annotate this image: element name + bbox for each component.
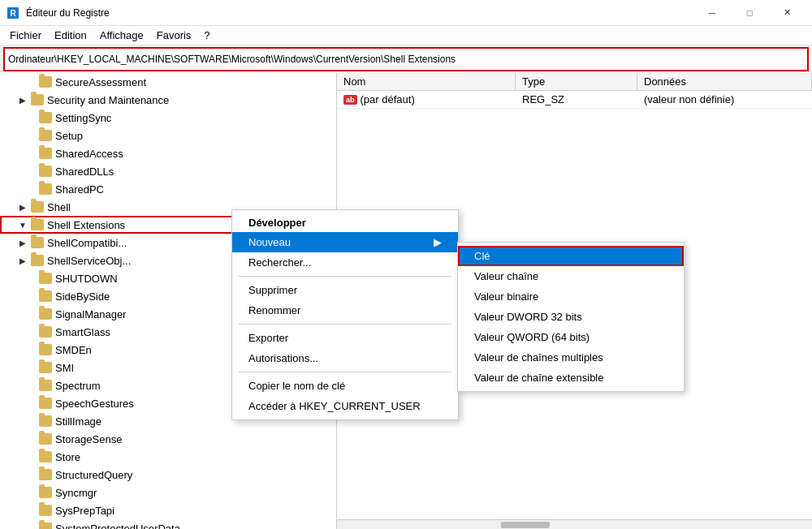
sub-ctx-cle[interactable]: Clé [458, 246, 684, 266]
folder-icon [39, 290, 52, 302]
ctx-supprimer[interactable]: Supprimer [232, 280, 458, 300]
tree-label: SMDEn [55, 344, 92, 356]
submenu-arrow-icon: ▶ [434, 236, 442, 248]
folder-icon [39, 183, 52, 195]
sub-ctx-valeur-ext[interactable]: Valeur de chaîne extensible [458, 368, 684, 388]
tree-label: SharedAccess [55, 148, 123, 160]
folder-icon [39, 433, 52, 445]
arrow-icon [24, 415, 37, 428]
arrow-icon [24, 522, 37, 529]
tree-item-structuredquery[interactable]: StructuredQuery [0, 466, 336, 484]
folder-icon [31, 237, 44, 248]
arrow-icon [24, 361, 37, 374]
tree-label: SysPrepTapi [55, 505, 114, 517]
tree-item-sharedaccess[interactable]: SharedAccess [0, 144, 336, 162]
tree-label: Shell Extensions [47, 219, 125, 231]
arrow-icon [24, 165, 37, 178]
col-nom[interactable]: Nom [337, 73, 516, 90]
sub-ctx-valeur-chaine[interactable]: Valeur chaîne [458, 266, 684, 286]
arrow-icon: ▶ [16, 200, 29, 213]
tree-item-settingsync[interactable]: SettingSync [0, 109, 336, 127]
folder-icon [39, 148, 52, 159]
folder-icon [39, 308, 52, 320]
menu-edition[interactable]: Edition [48, 28, 93, 43]
folder-icon [39, 166, 52, 177]
arrow-icon [24, 290, 37, 303]
sub-ctx-valeur-multi[interactable]: Valeur de chaînes multiples [458, 347, 684, 368]
ctx-divider-1 [239, 276, 451, 277]
window-controls: ─ □ ✕ [693, 0, 806, 26]
scrollbar-thumb[interactable] [501, 522, 550, 528]
tree-item-shareddlls[interactable]: SharedDLLs [0, 162, 336, 180]
tree-item-security[interactable]: ▶ Security and Maintenance [0, 91, 336, 109]
folder-icon [39, 469, 52, 480]
folder-icon [39, 398, 52, 409]
col-donnees[interactable]: Données [637, 73, 812, 90]
horizontal-scrollbar[interactable] [337, 519, 812, 529]
tree-item-systemprotecteduserdata[interactable]: SystemProtectedUserData [0, 519, 336, 529]
tree-item-store[interactable]: Store [0, 448, 336, 466]
folder-icon [39, 380, 52, 391]
tree-label: SettingSync [55, 112, 111, 124]
col-type[interactable]: Type [516, 73, 637, 90]
close-button[interactable]: ✕ [768, 0, 806, 26]
minimize-button[interactable]: ─ [693, 0, 731, 26]
tree-label: SharedDLLs [55, 166, 114, 178]
tree-label: StorageSense [55, 433, 122, 445]
folder-icon [39, 451, 52, 462]
tree-label: ShellServiceObj... [47, 255, 131, 267]
tree-item-syncmgr[interactable]: Syncmgr [0, 484, 336, 501]
tree-label: SecureAssessment [55, 76, 146, 88]
menu-fichier[interactable]: Fichier [3, 28, 48, 43]
ctx-nouveau[interactable]: Nouveau ▶ [232, 232, 458, 252]
sub-ctx-valeur-dword[interactable]: Valeur DWORD 32 bits [458, 307, 684, 327]
arrow-icon [24, 183, 37, 196]
ctx-acceder[interactable]: Accéder à HKEY_CURRENT_USER [232, 396, 458, 416]
svg-text:R: R [10, 9, 16, 18]
tree-item-secureassessment[interactable]: SecureAssessment [0, 73, 336, 91]
ctx-copier[interactable]: Copier le nom de clé [232, 376, 458, 396]
folder-icon [31, 201, 44, 213]
folder-icon [39, 344, 52, 355]
address-bar[interactable]: Ordinateur\HKEY_LOCAL_MACHINE\SOFTWARE\M… [3, 47, 809, 71]
tree-item-setup[interactable]: Setup [0, 127, 336, 144]
arrow-icon [24, 129, 37, 142]
arrow-icon [24, 111, 37, 124]
ctx-renommer[interactable]: Renommer [232, 300, 458, 320]
tree-item-syspreptapi[interactable]: SysPrepTapi [0, 501, 336, 519]
arrow-icon: ▶ [16, 93, 29, 106]
menu-help[interactable]: ? [197, 28, 216, 43]
tree-label: Spectrum [55, 380, 101, 392]
ctx-exporter[interactable]: Exporter [232, 328, 458, 348]
arrow-icon: ▶ [16, 236, 29, 249]
arrow-icon: ▶ [16, 254, 29, 267]
reg-value-type: REG_SZ [516, 92, 637, 107]
sub-ctx-valeur-binaire[interactable]: Valeur binaire [458, 286, 684, 307]
maximize-button[interactable]: □ [731, 0, 768, 26]
folder-icon [39, 130, 52, 141]
arrow-icon [24, 272, 37, 285]
tree-item-sharedpc[interactable]: SharedPC [0, 180, 336, 198]
ctx-divider-3 [239, 372, 451, 372]
sub-ctx-valeur-qword[interactable]: Valeur QWORD (64 bits) [458, 327, 684, 347]
arrow-icon [24, 397, 37, 410]
ctx-autorisations[interactable]: Autorisations... [232, 348, 458, 368]
ctx-rechercher[interactable]: Rechercher... [232, 252, 458, 273]
tree-label: SMI [55, 362, 74, 374]
arrow-icon [24, 468, 37, 481]
reg-value-data: (valeur non définie) [637, 92, 812, 107]
menu-favoris[interactable]: Favoris [150, 28, 198, 43]
arrow-icon [24, 450, 37, 463]
folder-icon [39, 505, 52, 516]
tree-item-storagesense[interactable]: StorageSense [0, 430, 336, 448]
folder-icon [31, 94, 44, 105]
menu-bar: Fichier Edition Affichage Favoris ? [0, 26, 812, 45]
arrow-icon [24, 325, 37, 338]
menu-affichage[interactable]: Affichage [93, 28, 150, 43]
tree-label: Security and Maintenance [47, 94, 169, 106]
list-row[interactable]: ab (par défaut) REG_SZ (valeur non défin… [337, 91, 812, 109]
app-icon: R [6, 6, 19, 19]
arrow-icon [24, 486, 37, 499]
arrow-icon: ▼ [16, 218, 29, 231]
tree-label: SmartGlass [55, 326, 110, 338]
